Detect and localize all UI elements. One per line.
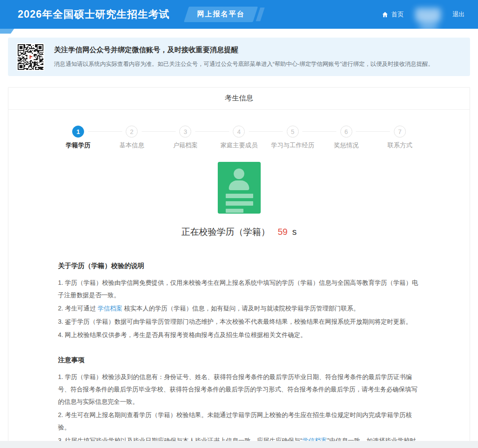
paragraph-text: 2. 考生可在网上报名期间查看学历（学籍）校验结果。未能通过学籍学历网上校验的考… <box>58 411 412 431</box>
step-number: 1 <box>72 126 84 138</box>
section-title: 关于学历（学籍）校验的说明 <box>58 262 420 270</box>
app-title: 2026年全国硕士研究生招生考试 <box>18 8 170 21</box>
nav-home[interactable]: 首页 <box>382 11 404 19</box>
paragraph-text: 2. 考生可通过 <box>58 305 97 312</box>
page-footer-strip <box>0 441 478 448</box>
qr-code <box>17 43 44 71</box>
step-label: 奖惩情况 <box>334 142 358 149</box>
countdown-unit: s <box>292 227 297 237</box>
id-card-green-icon <box>218 162 261 214</box>
paragraph-text: 核实本人的学历（学籍）信息，如有疑问，请及时与就读院校学籍学历管理部门联系。 <box>122 305 359 312</box>
person-head-shape <box>234 168 244 179</box>
countdown-seconds: 59 <box>278 227 287 237</box>
step-item[interactable]: 5学习与工作经历 <box>266 126 320 149</box>
step-label: 联系方式 <box>387 142 412 149</box>
info-section: 关于学历（学籍）校验的说明1. 学历（学籍）校验由学信网免费提供，仅用来校验考生… <box>58 262 420 341</box>
step-label: 家庭主要成员 <box>220 142 258 149</box>
platform-badge-label: 网上报名平台 <box>197 10 245 19</box>
section-paragraph: 2. 考生可通过 学信档案 核实本人的学历（学籍）信息，如有疑问，请及时与就读院… <box>58 302 420 314</box>
paragraph-text: 1. 学历（学籍）校验由学信网免费提供，仅用来校验考生在网上报名系统中填写的学历… <box>58 279 418 299</box>
blur-smear <box>420 18 437 33</box>
notice-title: 关注学信网公众号并绑定微信账号，及时接收重要消息提醒 <box>54 46 434 55</box>
text-line-shape <box>226 209 243 213</box>
candidate-info-card: 考生信息 1学籍学历2基本信息3户籍档案4家庭主要成员5学习与工作经历6奖惩情况… <box>8 87 470 448</box>
step-number: 5 <box>287 126 299 138</box>
info-sections: 关于学历（学籍）校验的说明1. 学历（学籍）校验由学信网免费提供，仅用来校验考生… <box>58 262 420 448</box>
verification-status-text: 正在校验学历（学籍） <box>181 227 270 237</box>
notice-subtitle: 消息通知请以系统内实际查看内容为准。如已关注公众号，可通过公众号底部菜单进入“帮… <box>54 60 434 68</box>
info-section: 注意事项1. 学历（学籍）校验涉及到的信息有：身份证号、姓名、获得符合报考条件的… <box>58 356 420 448</box>
step-item[interactable]: 6奖惩情况 <box>320 126 373 149</box>
section-paragraph: 2. 考生可在网上报名期间查看学历（学籍）校验结果。未能通过学籍学历网上校验的考… <box>58 409 420 433</box>
user-name-blurred[interactable] <box>415 8 441 21</box>
section-paragraph: 3. 鉴于学历（学籍）数据可由学籍学历管理部门动态维护，本次校验不代表最终结果，… <box>58 315 420 328</box>
text-line-shape <box>226 201 253 206</box>
step-wizard: 1学籍学历2基本信息3户籍档案4家庭主要成员5学习与工作经历6奖惩情况7联系方式 <box>51 126 427 149</box>
verification-status: 正在校验学历（学籍） 59 s <box>8 226 470 238</box>
step-number: 3 <box>179 126 191 138</box>
nav-home-label: 首页 <box>391 11 404 19</box>
section-title: 注意事项 <box>58 356 420 364</box>
step-item[interactable]: 7联系方式 <box>373 126 427 149</box>
header-ribbon-tail <box>0 29 14 34</box>
step-item[interactable]: 2基本信息 <box>105 126 158 149</box>
home-icon <box>382 11 389 18</box>
nav-logout[interactable]: 退出 <box>452 11 465 19</box>
notice-texts: 关注学信网公众号并绑定微信账号，及时接收重要消息提醒 消息通知请以系统内实际查看… <box>54 46 434 68</box>
step-number: 4 <box>233 126 245 138</box>
step-item[interactable]: 1学籍学历 <box>51 126 105 149</box>
paragraph-text: 1. 学历（学籍）校验涉及到的信息有：身份证号、姓名、获得符合报考条件的最后学历… <box>58 373 417 405</box>
paragraph-text: 4. 网上校验结果仅供参考，考生是否具有报考资格由报考点及招生单位根据相关文件确… <box>58 331 307 338</box>
section-paragraph: 1. 学历（学籍）校验由学信网免费提供，仅用来校验考生在网上报名系统中填写的学历… <box>58 276 420 301</box>
nav-logout-label: 退出 <box>452 11 465 19</box>
person-body-shape <box>229 180 249 190</box>
step-number: 2 <box>126 126 138 138</box>
paragraph-text: 3. 鉴于学历（学籍）数据可由学籍学历管理部门动态维护，本次校验不代表最终结果，… <box>58 318 412 325</box>
text-line-shape <box>226 194 253 198</box>
header-nav: 首页 退出 <box>382 8 465 21</box>
step-item[interactable]: 3户籍档案 <box>158 126 212 149</box>
step-item[interactable]: 4家庭主要成员 <box>212 126 266 149</box>
step-label: 学籍学历 <box>66 142 91 149</box>
step-label: 基本信息 <box>120 142 144 149</box>
step-number: 7 <box>394 126 406 138</box>
platform-badge: 网上报名平台 <box>184 7 258 22</box>
card-title: 考生信息 <box>8 88 470 110</box>
step-label: 户籍档案 <box>173 142 198 149</box>
inline-link[interactable]: 学信档案 <box>97 305 122 312</box>
step-number: 6 <box>340 126 352 138</box>
wechat-notice-banner: 关注学信网公众号并绑定微信账号，及时接收重要消息提醒 消息通知请以系统内实际查看… <box>8 38 470 76</box>
section-paragraph: 1. 学历（学籍）校验涉及到的信息有：身份证号、姓名、获得符合报考条件的最后学历… <box>58 371 420 408</box>
app-header: 2026年全国硕士研究生招生考试 网上报名平台 首页 退出 <box>0 0 478 29</box>
step-label: 学习与工作经历 <box>271 142 314 149</box>
section-paragraph: 4. 网上校验结果仅供参考，考生是否具有报考资格由报考点及招生单位根据相关文件确… <box>58 329 420 341</box>
